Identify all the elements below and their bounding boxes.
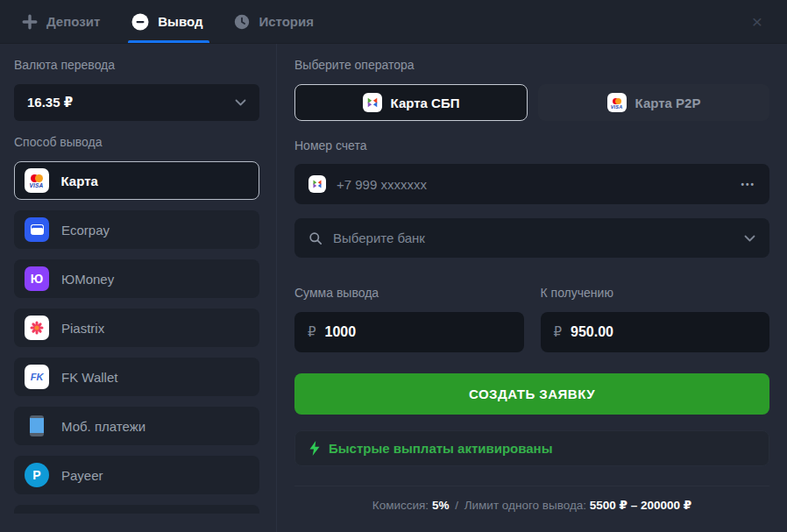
method-label-text: Моб. платежи <box>61 419 145 434</box>
sidebar: Валюта перевода 16.35 ₽ Способ вывода VI… <box>0 44 277 532</box>
tab-history-label: История <box>259 14 314 29</box>
amount-value: 1000 <box>325 324 357 340</box>
currency-value: 16.35 ₽ <box>27 95 73 110</box>
modal-body: Валюта перевода 16.35 ₽ Способ вывода VI… <box>0 44 787 532</box>
sbp-icon <box>363 93 382 112</box>
withdrawal-form: Выберите оператора Карта СБП <box>277 44 787 532</box>
withdrawal-modal: Депозит Вывод История × Валюта перевода <box>0 0 787 532</box>
method-list: VISA Карта Ecorpay Ю ЮMoney <box>14 161 259 514</box>
bank-select[interactable]: Выберите банк <box>294 218 769 258</box>
amount-row: Сумма вывода ₽ 1000 К получению ₽ 950.00 <box>294 286 769 352</box>
method-piastrix[interactable]: Piastrix <box>14 309 259 347</box>
method-ecorpay[interactable]: Ecorpay <box>14 210 259 249</box>
visa-mastercard-icon: VISA <box>25 168 49 193</box>
tab-history[interactable]: История <box>234 0 314 43</box>
active-tab-underline <box>128 40 209 43</box>
tab-withdrawal[interactable]: Вывод <box>131 0 202 43</box>
commission-label: Комиссия: <box>372 499 429 512</box>
operator-group: Карта СБП VISA Карта P2P <box>294 84 769 121</box>
yoomoney-icon: Ю <box>25 266 49 291</box>
method-payeer[interactable]: P Payeer <box>14 456 259 494</box>
visa-mastercard-icon: VISA <box>607 93 627 112</box>
close-icon[interactable]: × <box>748 9 766 34</box>
fk-wallet-icon: FK <box>25 365 49 389</box>
piastrix-icon <box>25 316 49 340</box>
plus-icon <box>22 14 38 30</box>
ecorpay-icon <box>25 217 49 242</box>
operator-label: Выберите оператора <box>294 58 769 73</box>
more-options-icon[interactable]: ••• <box>741 180 755 189</box>
bank-placeholder: Выберите банк <box>333 231 425 245</box>
tab-deposit-label: Депозит <box>46 14 100 29</box>
currency-label: Валюта перевода <box>14 58 259 73</box>
tab-withdrawal-label: Вывод <box>158 14 202 29</box>
lightning-icon <box>308 441 321 456</box>
clock-icon <box>234 14 250 30</box>
mobile-phone-icon <box>25 414 49 438</box>
ruble-symbol: ₽ <box>554 324 563 340</box>
method-yoomoney[interactable]: Ю ЮMoney <box>14 259 259 298</box>
operator-label-text: Карта P2P <box>635 96 701 110</box>
method-label: Способ вывода <box>14 135 259 150</box>
withdrawal-amount-input[interactable]: ₽ 1000 <box>294 312 524 352</box>
limit-value: 5500 ₽ – 200000 ₽ <box>590 499 691 512</box>
minus-circle-icon <box>131 13 149 31</box>
sbp-icon <box>308 175 326 193</box>
receive-amount-input[interactable]: ₽ 950.00 <box>541 312 770 352</box>
method-label-text: Payeer <box>61 468 103 483</box>
fast-payouts-text: Быстрые выплаты активированы <box>329 441 552 456</box>
amount-label: Сумма вывода <box>294 286 524 301</box>
receive-value: 950.00 <box>571 324 613 340</box>
method-card[interactable]: VISA Карта <box>14 161 259 200</box>
amount-column: Сумма вывода ₽ 1000 <box>294 286 524 352</box>
commission-value: 5% <box>432 499 450 512</box>
receive-label: К получению <box>541 286 770 301</box>
method-partial-row[interactable] <box>14 505 259 514</box>
method-label-text: Piastrix <box>61 321 104 336</box>
method-label-text: ЮMoney <box>61 272 114 287</box>
create-request-button[interactable]: СОЗДАТЬ ЗАЯВКУ <box>294 373 769 415</box>
limit-label: Лимит одного вывода: <box>464 499 586 512</box>
phone-placeholder: +7 999 xxxxxxx <box>337 177 427 192</box>
method-label-text: Ecorpay <box>61 223 110 238</box>
limits-footer: Комиссия: 5% / Лимит одного вывода: 5500… <box>294 486 769 512</box>
operator-p2p-card-button[interactable]: VISA Карта P2P <box>538 84 769 121</box>
ruble-symbol: ₽ <box>308 324 316 340</box>
operator-sbp-card-button[interactable]: Карта СБП <box>294 84 528 121</box>
receive-column: К получению ₽ 950.00 <box>541 286 770 352</box>
payeer-icon: P <box>25 463 49 487</box>
fast-payouts-banner: Быстрые выплаты активированы <box>294 430 769 466</box>
method-label-text: Карта <box>61 174 98 188</box>
tab-bar: Депозит Вывод История <box>22 0 314 43</box>
operator-label-text: Карта СБП <box>391 96 460 110</box>
account-label: Номер счета <box>294 138 769 153</box>
method-fk-wallet[interactable]: FK FK Wallet <box>14 358 259 396</box>
chevron-down-icon <box>235 99 246 106</box>
phone-number-input[interactable]: +7 999 xxxxxxx ••• <box>294 164 769 204</box>
currency-select[interactable]: 16.35 ₽ <box>14 84 259 121</box>
search-icon <box>308 231 323 245</box>
method-label-text: FK Wallet <box>61 370 117 385</box>
tab-deposit[interactable]: Депозит <box>22 0 100 43</box>
footer-separator: / <box>455 499 458 512</box>
modal-header: Депозит Вывод История × <box>0 0 787 44</box>
chevron-down-icon <box>744 235 755 242</box>
method-mobile[interactable]: Моб. платежи <box>14 407 259 445</box>
